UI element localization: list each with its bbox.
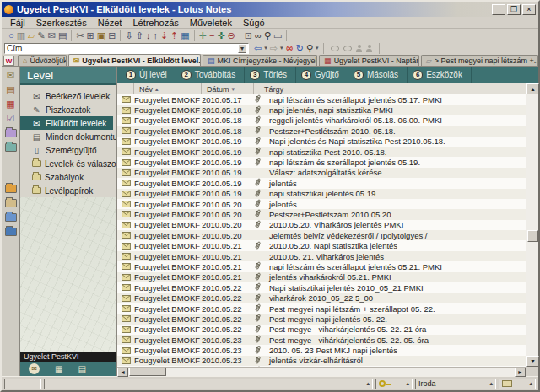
calendar-icon[interactable]: ▦ [181, 30, 189, 40]
mail-footer-icon[interactable]: ✉ [29, 363, 40, 374]
mail-bookmark-icon[interactable]: ✉ [4, 69, 18, 82]
vertical-scroll-track[interactable] [526, 94, 538, 356]
table-row[interactable]: Fougyelet BMOKF 2010.05.20 jelentés [117, 199, 526, 209]
address-dropdown-icon[interactable]: ▾ [238, 44, 246, 53]
table-row[interactable]: Fougyelet BMOKF 2010.05.22 Pest megye - … [117, 325, 526, 335]
next-icon[interactable]: ↓ [146, 30, 151, 40]
menu-item-létrehozás[interactable]: Létrehozás [127, 18, 183, 28]
sidebar-item-szem-tgy-jt-[interactable]: ▯ Szemétgyűjtő [20, 143, 116, 157]
sidebar-item-levelek-s-v-laszok[interactable]: Levelek és válaszok [20, 157, 116, 170]
save-icon[interactable]: ▥ [17, 30, 25, 40]
prev-icon[interactable]: ↑ [153, 30, 158, 40]
action-button-tov-bb-t-s[interactable]: 2 Továbbítás [176, 67, 245, 83]
notebook-footer-icon[interactable]: ▤ [78, 364, 85, 373]
more-bookmarks-folder-icon[interactable] [4, 211, 18, 223]
sidebar-item-elk-ld-tt-levelek[interactable]: ✉ Elküldött levelek [20, 116, 113, 130]
horizontal-scrollbar[interactable]: ◄ ► [117, 367, 526, 376]
forward-icon[interactable]: ⇨ [270, 43, 278, 53]
table-row[interactable]: Fougyelet BMOKF 2010.05.18 reggeli jelen… [117, 115, 526, 126]
table-row[interactable]: Fougyelet BMOKF 2010.05.19 napi statiszt… [117, 189, 526, 199]
minimize-button[interactable]: _ [492, 4, 505, 15]
window-tab[interactable]: ✉ Ugyelet PestKVI - Elküldött level... × [68, 54, 201, 66]
favorites-folder-icon[interactable] [4, 141, 18, 153]
table-row[interactable]: Fougyelet BMOKF 2010.05.23 jelentés vízk… [117, 356, 526, 366]
open-circle-icon[interactable]: ○ [8, 30, 14, 40]
vertical-scrollbar[interactable]: ▲ ▼ [526, 83, 538, 367]
cut-icon[interactable]: ✂ [76, 30, 84, 40]
table-row[interactable]: Fougyelet BMOKF 2010.05.22 Pest megyei n… [117, 303, 526, 314]
open-folder-icon[interactable]: ▱ [28, 30, 35, 40]
collapse-all-icon[interactable]: ⊝ [228, 30, 235, 40]
action-button-eszk-z-k[interactable]: 6 Eszközök [408, 67, 472, 83]
vertical-scroll-thumb[interactable] [527, 230, 538, 242]
table-row[interactable]: Fougyelet BMOKF 2010.05.22 viharkárok 20… [117, 293, 526, 303]
stop-icon[interactable]: ⊗ [285, 43, 293, 53]
mail-icon[interactable]: ✉ [48, 30, 56, 40]
forward-dropdown-icon[interactable]: ▾ [280, 43, 284, 53]
table-row[interactable]: Fougyelet BMOKF 2010.05.19 Napi jelentés… [117, 137, 526, 147]
table-row[interactable]: Fougyelet BMOKF 2010.05.19 napi statiszt… [117, 147, 526, 157]
table-row[interactable]: Fougyelet BMOKF 2010.05.21 jelentés viha… [117, 272, 526, 282]
window-tab[interactable]: ▱ > Pest megyei napi létszám +... × [421, 55, 538, 66]
table-row[interactable]: Fougyelet BMOKF 2010.05.19 napi létszám … [117, 157, 526, 167]
sidebar-item-szab-lyok[interactable]: Szabályok [20, 170, 116, 184]
window-tab[interactable]: ▦ Ugyelet PestKVI - Naptár × [319, 55, 419, 66]
sidebar-item-piszkozatok[interactable]: ✎ Piszkozatok [20, 103, 116, 116]
scroll-left-icon[interactable]: ◄ [117, 368, 128, 377]
internet-folder-icon[interactable] [4, 225, 18, 238]
restore-button[interactable]: ❐ [507, 4, 521, 15]
table-row[interactable]: Fougyelet BMOKF 2010.05.21 2010.05. 21. … [117, 251, 526, 261]
paste-icon[interactable]: ▣ [97, 30, 105, 40]
search-web-icon[interactable]: ⚲ [306, 43, 313, 53]
person-icon[interactable] [356, 45, 362, 52]
table-row[interactable]: Fougyelet BMOKF 2010.05.22 Pest megyei n… [117, 314, 526, 324]
back-icon[interactable]: ⇦ [254, 43, 262, 53]
action-button-gy-jt-[interactable]: 4 Gyűjtő [296, 67, 348, 83]
table-row[interactable]: Fougyelet BMOKF 2010.05.20 Jelemtés belv… [117, 230, 526, 240]
table-row[interactable]: Fougyelet BMOKF 2010.05.19 Válasz: adats… [117, 168, 526, 178]
next-unread-icon[interactable]: ⇣ [160, 30, 168, 40]
collapse-icon[interactable]: − [209, 30, 214, 40]
window-tab[interactable]: ⌂ Üdvözöljük [18, 55, 67, 66]
menu-item-súgó[interactable]: Súgó [238, 18, 270, 28]
mail-folder-dropdown[interactable]: ▴ [499, 379, 536, 389]
window-tab[interactable]: ▤ MKI Címjegyzéke - Névjegyek × [202, 55, 317, 66]
edit-icon[interactable]: ✎ [38, 30, 46, 40]
databases-folder-icon[interactable] [4, 196, 18, 209]
close-button[interactable]: × [522, 4, 536, 15]
subject-column-header[interactable]: Tárgy [254, 83, 526, 94]
todo-bookmark-icon[interactable]: ☑ [4, 112, 18, 125]
properties-icon[interactable]: ▭ [273, 30, 282, 40]
table-row[interactable]: Fougyelet BMOKF 2010.05.19 jelentés [117, 178, 526, 188]
table-row[interactable]: Fougyelet BMOKF 2010.05.21 2010.05.20. N… [117, 240, 526, 250]
print-icon[interactable]: ▤ [58, 30, 67, 40]
workspace-icon[interactable]: W [3, 56, 14, 66]
paste-special-icon[interactable]: ⊟ [108, 30, 116, 40]
date-column-header[interactable]: Dátum▾ [202, 83, 254, 94]
action-button-t-rl-s[interactable]: 3 Törlés [245, 67, 296, 83]
table-row[interactable]: Fougyelet BMOKF 2010.05.21 napi létszám … [117, 261, 526, 271]
table-row[interactable]: Fougyelet BMOKF 2010.05.22 Napi statiszt… [117, 282, 526, 293]
chat-bubble-icon[interactable] [343, 46, 352, 51]
status-popup-icon[interactable]: ▴ [366, 380, 370, 387]
menu-item-szerkesztés[interactable]: Szerkesztés [31, 18, 92, 28]
sidebar-item-minden-dokumentum[interactable]: ▤ Minden dokumentum [20, 130, 116, 143]
search-dropdown-icon[interactable]: ▾ [316, 43, 319, 53]
chat-bubble-icon[interactable] [331, 46, 339, 51]
menu-item-fájl[interactable]: Fájl [5, 18, 30, 28]
book-bookmark-icon[interactable]: ▤ [4, 83, 18, 96]
table-row[interactable]: Fougyelet BMOKF 2010.05.20 2010.05.20. V… [117, 220, 526, 230]
menu-item-nézet[interactable]: Nézet [93, 18, 127, 28]
table-row[interactable]: Fougyelet BMOKF 2010.05.18 Pestszer+Pest… [117, 126, 526, 136]
table-row[interactable]: Fougyelet BMOKF 2010.05.20 Pestszer+Pest… [117, 209, 526, 219]
calendar-footer-icon[interactable]: ▦ [55, 364, 62, 373]
replicator-bookmark-icon[interactable] [4, 126, 18, 139]
starred-folder-icon[interactable] [4, 182, 18, 195]
status-message-area[interactable]: ▴ [44, 379, 373, 389]
expand-all-icon[interactable]: ✜ [217, 30, 224, 40]
sidebar-item-lev-lpap-rok[interactable]: Levélpapírok [20, 184, 116, 197]
scroll-right-icon[interactable]: ► [515, 368, 526, 377]
search-icon[interactable]: ⚲ [264, 30, 271, 40]
prev-unread-icon[interactable]: ⇡ [170, 30, 178, 40]
location-dropdown[interactable]: Iroda ▴ [415, 379, 496, 389]
